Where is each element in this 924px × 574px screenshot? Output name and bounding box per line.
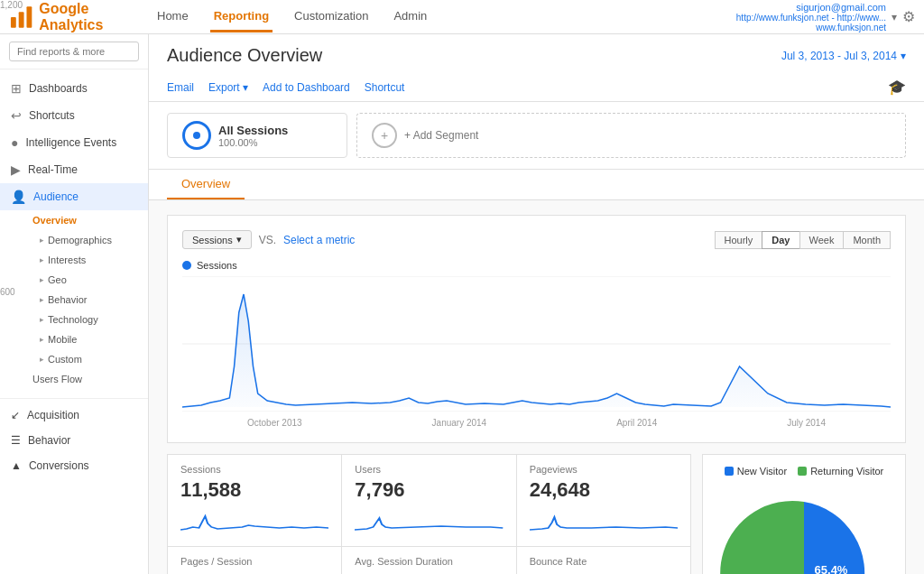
stat-pageviews-label: Pageviews [530,464,678,475]
export-button[interactable]: Export ▾ [208,81,248,94]
stats-grid-top: Sessions 11,588 Users 7,796 [167,454,691,574]
sidebar-sub-usersflow[interactable]: Users Flow [22,369,148,389]
sidebar-behavior-label: Behavior [28,434,70,447]
time-btn-hourly[interactable]: Hourly [715,231,763,249]
sidebar-acquisition-label: Acquisition [27,409,79,421]
tab-overview[interactable]: Overview [167,170,245,199]
nav-home[interactable]: Home [153,2,192,32]
chart-container: Sessions ▾ VS. Select a metric Hourly Da… [167,215,906,443]
add-to-dashboard-button[interactable]: Add to Dashboard [263,81,350,94]
stat-avg-session: Avg. Session Duration 00:02:18 [342,547,515,574]
chart-x-axis: October 2013 January 2014 April 2014 Jul… [182,418,891,428]
segment-percent: 100.00% [218,137,288,148]
chart-legend: Sessions [182,260,891,271]
nav-customization[interactable]: Customization [291,2,372,32]
stat-sessions-value: 11,588 [180,478,328,502]
sidebar-sub-technology[interactable]: Technology [22,310,148,329]
user-info: sigurjon@gmail.com http://www.funksjon.n… [736,2,886,32]
pie-section: New Visitor Returning Visitor [702,454,906,574]
pie-legend: New Visitor Returning Visitor [714,466,894,477]
returning-visitor-dot [798,467,807,476]
email-button[interactable]: Email [167,81,194,94]
stat-avg-session-value: 00:02:18 [355,570,503,574]
sidebar-sub-overview[interactable]: Overview [22,210,148,230]
stat-pages-session-label: Pages / Session [180,556,328,567]
metric-label: Sessions [192,235,233,245]
add-segment-button[interactable]: + + Add Segment [356,113,906,158]
sidebar-audience-label: Audience [33,190,79,203]
stat-users: Users 7,796 [342,455,515,546]
sidebar-intelligence-label: Intelligence Events [25,136,116,149]
sidebar-sub-demographics[interactable]: Demographics [22,230,148,250]
dropdown-icon[interactable]: ▾ [892,11,897,23]
sidebar-dashboards-label: Dashboards [29,82,88,95]
stat-pageviews-sparkline [530,507,678,534]
stat-sessions-label: Sessions [180,464,328,475]
segment-circle-icon [182,121,211,150]
top-navigation: Google Analytics Home Reporting Customiz… [0,0,924,34]
time-btn-week[interactable]: Week [799,231,845,249]
stat-pages-session: Pages / Session 2.13 [168,547,341,574]
active-segment[interactable]: All Sessions 100.00% [167,113,347,158]
stats-layout: Sessions 11,588 Users 7,796 [167,454,906,574]
x-label-oct: October 2013 [247,418,302,428]
user-email: sigurjon@gmail.com [736,2,886,13]
time-btn-day[interactable]: Day [762,231,799,249]
stat-pageviews-value: 24,648 [530,478,678,502]
segment-name: All Sessions [218,124,288,137]
sidebar-sub-custom[interactable]: Custom [22,349,148,369]
main-layout: ⊞ Dashboards ↩ Shortcuts ● Intelligence … [0,34,924,574]
pie-new-pct-text: 65.4% [815,563,848,574]
stat-bounce-value: 65.95% [530,570,678,574]
nav-reporting[interactable]: Reporting [210,2,273,32]
metric-dropdown[interactable]: Sessions ▾ [182,230,252,249]
time-period-buttons: Hourly Day Week Month [716,231,891,249]
date-range-dropdown-icon: ▾ [901,50,906,62]
stat-sessions-sparkline [180,507,328,534]
x-label-jan: January 2014 [432,418,487,428]
stat-pageviews: Pageviews 24,648 [517,455,690,546]
add-segment-circle-icon: + [372,123,397,148]
settings-icon[interactable]: ⚙ [902,8,915,25]
add-segment-label: + Add Segment [404,129,478,142]
pie-chart-area: 65.4% 34.6% [714,484,894,574]
sidebar-sub-geo[interactable]: Geo [22,270,148,290]
sessions-legend-dot [182,261,191,270]
chart-area-wrapper: 1,200 600 [182,276,891,428]
metric-dropdown-icon: ▾ [236,234,242,245]
nav-admin[interactable]: Admin [390,2,430,32]
sidebar-conversions-label: Conversions [29,459,89,472]
new-visitor-dot [725,467,734,476]
vs-label: VS. [259,234,276,246]
stat-users-sparkline [355,507,503,534]
cap-icon: 🎓 [888,79,906,96]
overview-content: Sessions ▾ VS. Select a metric Hourly Da… [149,200,924,574]
main-content: Audience Overview Jul 3, 2013 - Jul 3, 2… [149,34,924,574]
logo-text: Google Analytics [39,1,153,33]
stat-bounce-label: Bounce Rate [530,556,678,567]
sidebar-sub-interests[interactable]: Interests [22,250,148,270]
stats-left: Sessions 11,588 Users 7,796 [167,454,691,574]
select-metric-link[interactable]: Select a metric [283,234,355,246]
date-range-selector[interactable]: Jul 3, 2013 - Jul 3, 2014 ▾ [781,50,906,62]
pie-legend-new: New Visitor [725,466,787,477]
sidebar-realtime-label: Real-Time [28,163,78,176]
stat-users-value: 7,796 [355,478,503,502]
title-row: Audience Overview Jul 3, 2013 - Jul 3, 2… [167,45,906,66]
sidebar-shortcuts-label: Shortcuts [29,109,75,122]
time-btn-month[interactable]: Month [843,231,891,249]
user-url1: http://www.funksjon.net - http://www... [736,13,886,23]
segment-info: All Sessions 100.00% [218,124,288,148]
content-header: Audience Overview Jul 3, 2013 - Jul 3, 2… [149,34,924,102]
tab-bar: Overview [149,170,924,200]
pie-chart-svg: 65.4% 34.6% [714,484,894,574]
sessions-legend-label: Sessions [197,260,237,271]
stat-sessions: Sessions 11,588 [168,455,341,546]
sidebar-sub-mobile[interactable]: Mobile [22,329,148,349]
stat-pages-session-value: 2.13 [180,570,328,574]
user-url2: www.funksjon.net [736,23,886,32]
chart-controls: Sessions ▾ VS. Select a metric Hourly Da… [182,230,891,249]
shortcut-button[interactable]: Shortcut [365,81,405,94]
sidebar-sub-behavior[interactable]: Behavior [22,290,148,310]
metric-selector: Sessions ▾ VS. Select a metric [182,230,355,249]
